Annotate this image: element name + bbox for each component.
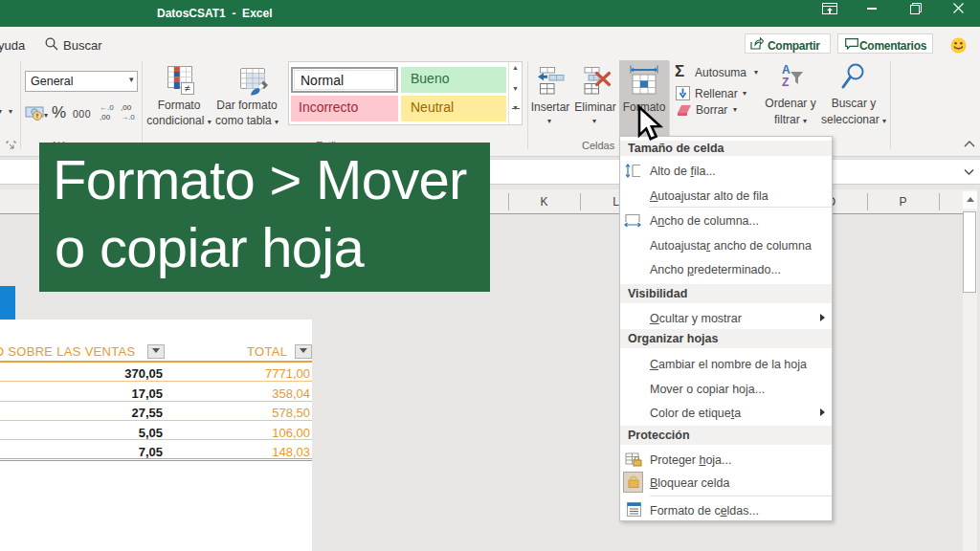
svg-text:A: A — [782, 63, 791, 77]
svg-text:Z: Z — [782, 76, 789, 89]
svg-text:≠: ≠ — [185, 82, 190, 94]
